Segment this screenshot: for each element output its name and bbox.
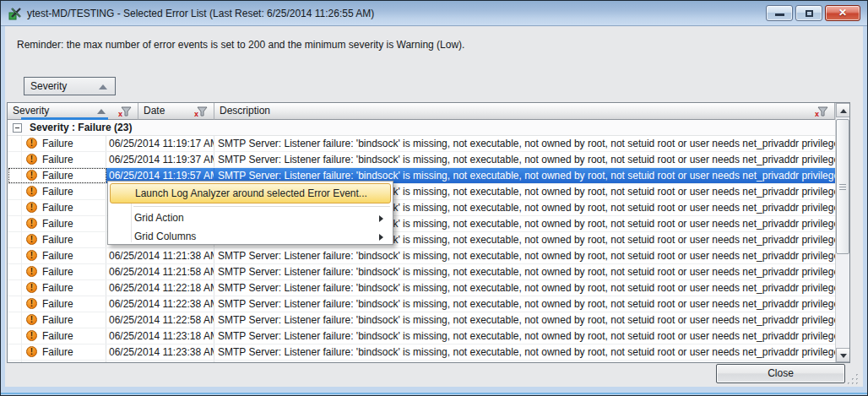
severity-label: Failure	[42, 346, 73, 358]
triangle-up-icon	[840, 109, 847, 113]
severity-cell: Failure	[21, 232, 106, 247]
row-date: 06/25/2014 11:21:58 AM	[106, 264, 214, 279]
row-date: 06/25/2014 11:22:58 AM	[106, 312, 214, 328]
failure-exclamation-icon	[26, 138, 37, 149]
row-date: 06/25/2014 11:19:17 AM	[106, 136, 214, 151]
title-bar[interactable]: ytest-MD/TESTING - Selected Error List (…	[1, 1, 867, 26]
row-description: SMTP Server: Listener failure: 'bindsock…	[214, 296, 835, 312]
filter-icon[interactable]: x	[118, 106, 132, 117]
failure-exclamation-icon	[26, 330, 37, 341]
severity-cell: Failure	[21, 216, 106, 231]
menu-item-label: Grid Action	[134, 212, 184, 224]
maximize-button[interactable]	[795, 5, 822, 21]
table-row[interactable]: Failure 06/25/2014 11:23:38 AM SMTP Serv…	[8, 344, 849, 361]
severity-label: Failure	[42, 218, 73, 230]
vertical-scrollbar[interactable]	[835, 103, 849, 362]
table-row[interactable]: Failure 06/25/2014 11:22:58 AM SMTP Serv…	[8, 312, 849, 328]
failure-exclamation-icon	[26, 266, 37, 277]
close-window-button[interactable]: ✕	[825, 5, 860, 21]
filter-icon[interactable]: x	[194, 106, 208, 117]
svg-text:x: x	[118, 110, 122, 117]
failure-exclamation-icon	[26, 234, 37, 245]
row-date: 06/25/2014 11:22:18 AM	[106, 280, 214, 296]
row-date: 06/25/2014 11:23:38 AM	[106, 344, 214, 360]
severity-label: Failure	[42, 330, 73, 342]
menu-item[interactable]: Launch Log Analyzer around selected Erro…	[110, 183, 391, 203]
menu-item[interactable]: Grid Action	[110, 209, 391, 228]
row-description: SMTP Server: Listener failure: 'bindsock…	[214, 280, 835, 296]
sort-ascending-icon	[97, 109, 106, 114]
severity-label: Failure	[42, 298, 73, 310]
row-description: SMTP Server: Listener failure: 'bindsock…	[214, 264, 835, 279]
submenu-arrow-icon	[379, 234, 383, 241]
severity-cell: Failure	[21, 248, 106, 263]
grid-header: Severity x Date x Description x	[8, 103, 849, 120]
table-row[interactable]: Failure 06/25/2014 11:21:58 AM SMTP Serv…	[8, 264, 849, 280]
severity-label: Failure	[42, 154, 73, 165]
row-description	[214, 361, 835, 362]
failure-exclamation-icon	[26, 346, 37, 357]
svg-text:x: x	[194, 110, 198, 117]
app-icon	[8, 7, 22, 20]
severity-cell: Failure	[21, 344, 106, 360]
focus-rectangle	[8, 168, 106, 183]
error-list-window: ytest-MD/TESTING - Selected Error List (…	[0, 0, 868, 396]
column-label: Severity	[13, 105, 49, 117]
table-row[interactable]	[8, 361, 849, 362]
group-row-severity-failure[interactable]: Severity : Failure (23)	[8, 120, 835, 136]
window-bottom-accent	[1, 393, 867, 394]
row-description: SMTP Server: Listener failure: 'bindsock…	[214, 312, 835, 328]
severity-label: Failure	[42, 314, 73, 326]
close-button[interactable]: Close	[716, 364, 845, 383]
severity-cell: Failure	[21, 200, 106, 215]
table-row[interactable]: Failure 06/25/2014 11:21:38 AM SMTP Serv…	[8, 248, 849, 264]
severity-label: Failure	[42, 234, 73, 246]
menu-item-label: Grid Columns	[134, 231, 196, 242]
row-date: 06/25/2014 11:21:38 AM	[106, 248, 214, 263]
menu-item-label: Launch Log Analyzer around selected Erro…	[135, 187, 367, 199]
column-header-description[interactable]: Description x	[214, 103, 835, 120]
submenu-arrow-icon	[379, 215, 383, 222]
maximize-icon	[806, 10, 813, 17]
severity-cell: Failure	[21, 136, 106, 151]
table-row[interactable]: Failure 06/25/2014 11:22:38 AM SMTP Serv…	[8, 296, 849, 312]
severity-cell: Failure	[21, 328, 106, 344]
failure-exclamation-icon	[26, 314, 37, 325]
severity-label: Failure	[42, 138, 73, 149]
minimize-icon	[775, 14, 784, 16]
collapse-minus-icon[interactable]	[13, 123, 22, 133]
severity-cell: Failure	[21, 152, 106, 167]
failure-exclamation-icon	[26, 186, 37, 197]
severity-cell: Failure	[21, 312, 106, 328]
severity-cell: Failure	[21, 184, 106, 199]
svg-text:x: x	[815, 110, 819, 117]
resize-grip-icon[interactable]	[848, 373, 860, 385]
filter-icon[interactable]: x	[815, 106, 828, 117]
scrollbar-thumb[interactable]	[836, 119, 849, 254]
scroll-up-button[interactable]	[836, 103, 850, 117]
table-row[interactable]: Failure 06/25/2014 11:19:17 AM SMTP Serv…	[8, 136, 849, 152]
minimize-button[interactable]	[766, 5, 793, 21]
scroll-down-button[interactable]	[836, 348, 850, 362]
window-title: ytest-MD/TESTING - Selected Error List (…	[27, 1, 374, 26]
severity-label: Failure	[42, 266, 73, 278]
severity-cell: Failure	[21, 296, 106, 312]
severity-cell: Failure	[21, 280, 106, 296]
group-by-severity-button[interactable]: Severity	[24, 77, 116, 95]
column-header-date[interactable]: Date x	[138, 103, 214, 120]
grid-rows: Failure 06/25/2014 11:19:17 AM SMTP Serv…	[8, 136, 849, 362]
row-description: SMTP Server: Listener failure: 'bindsock…	[214, 152, 835, 167]
table-row[interactable]: Failure 06/25/2014 11:23:18 AM SMTP Serv…	[8, 328, 849, 344]
severity-cell: Failure	[21, 264, 106, 279]
severity-label: Failure	[42, 186, 73, 198]
severity-label: Failure	[42, 282, 73, 294]
menu-item[interactable]: Grid Columns	[110, 228, 391, 247]
failure-exclamation-icon	[26, 218, 37, 229]
failure-exclamation-icon	[26, 250, 37, 261]
table-row[interactable]: Failure 06/25/2014 11:19:37 AM SMTP Serv…	[8, 152, 849, 168]
column-label: Date	[144, 105, 165, 117]
table-row[interactable]: Failure 06/25/2014 11:22:18 AM SMTP Serv…	[8, 280, 849, 296]
failure-exclamation-icon	[26, 202, 37, 213]
group-row-label: Severity : Failure (23)	[30, 120, 132, 135]
reminder-text: Reminder: the max number of error events…	[17, 39, 464, 51]
